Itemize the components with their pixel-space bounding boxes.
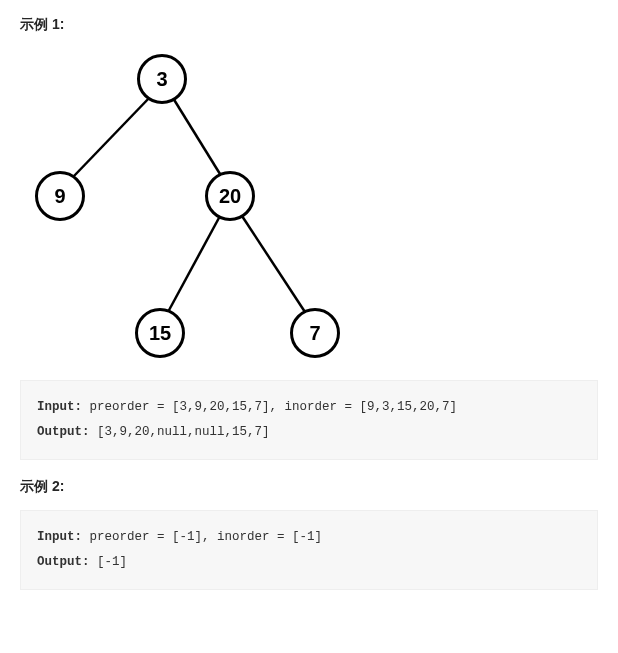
tree-edge bbox=[74, 96, 151, 176]
example-2-code-block: Input: preorder = [-1], inorder = [-1] O… bbox=[20, 510, 598, 590]
code-input-line: Input: preorder = [3,9,20,15,7], inorder… bbox=[37, 395, 581, 420]
example-1-label: 示例 1: bbox=[20, 16, 598, 34]
code-input-line: Input: preorder = [-1], inorder = [-1] bbox=[37, 525, 581, 550]
code-output-line: Output: [3,9,20,null,null,15,7] bbox=[37, 420, 581, 445]
output-label: Output: bbox=[37, 555, 90, 569]
tree-node-value: 7 bbox=[309, 322, 320, 345]
code-output-line: Output: [-1] bbox=[37, 550, 581, 575]
example-1-code-block: Input: preorder = [3,9,20,15,7], inorder… bbox=[20, 380, 598, 460]
tree-edge bbox=[242, 216, 305, 312]
tree-node-value: 9 bbox=[54, 185, 65, 208]
tree-node-value: 15 bbox=[149, 322, 171, 345]
output-text: [3,9,20,null,null,15,7] bbox=[90, 425, 270, 439]
example-2-section: 示例 2: Input: preorder = [-1], inorder = … bbox=[20, 478, 598, 590]
input-label: Input: bbox=[37, 400, 82, 414]
tree-edge bbox=[168, 216, 220, 312]
tree-node: 20 bbox=[205, 171, 255, 221]
binary-tree-diagram: 3 9 20 15 7 bbox=[30, 48, 350, 368]
tree-node-value: 3 bbox=[156, 68, 167, 91]
input-text: preorder = [-1], inorder = [-1] bbox=[82, 530, 322, 544]
tree-node: 3 bbox=[137, 54, 187, 104]
tree-node-value: 20 bbox=[219, 185, 241, 208]
input-label: Input: bbox=[37, 530, 82, 544]
tree-node: 15 bbox=[135, 308, 185, 358]
tree-node: 7 bbox=[290, 308, 340, 358]
tree-edge bbox=[173, 98, 220, 174]
tree-node: 9 bbox=[35, 171, 85, 221]
output-text: [-1] bbox=[90, 555, 128, 569]
example-1-section: 示例 1: 3 9 20 15 7 Input: preorder = [3,9… bbox=[20, 16, 598, 460]
output-label: Output: bbox=[37, 425, 90, 439]
input-text: preorder = [3,9,20,15,7], inorder = [9,3… bbox=[82, 400, 457, 414]
example-2-label: 示例 2: bbox=[20, 478, 598, 496]
